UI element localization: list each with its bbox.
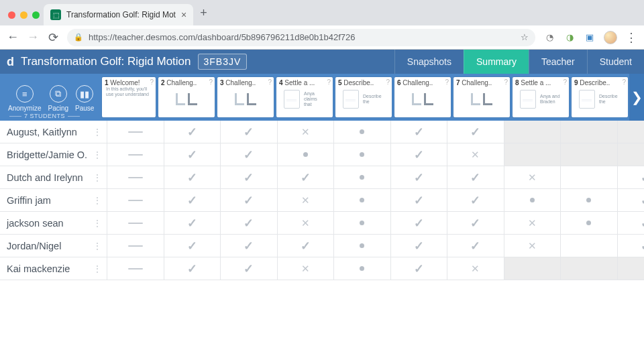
screen-thumbnail[interactable]: 1 Welcome!?In this activity, you'll use … bbox=[102, 77, 156, 117]
progress-cell[interactable] bbox=[107, 166, 164, 189]
progress-cell[interactable] bbox=[561, 257, 618, 280]
screen-thumbnail[interactable]: 5 Describe..?Describe the bbox=[335, 77, 392, 117]
kebab-icon[interactable]: ⋮ bbox=[93, 263, 101, 274]
progress-cell[interactable] bbox=[391, 166, 448, 189]
close-tab-icon[interactable]: × bbox=[181, 9, 186, 20]
progress-cell[interactable] bbox=[504, 257, 561, 280]
progress-cell[interactable] bbox=[164, 121, 221, 143]
progress-cell[interactable] bbox=[221, 235, 278, 257]
progress-cell[interactable] bbox=[278, 189, 335, 212]
progress-cell[interactable] bbox=[164, 212, 221, 235]
progress-cell[interactable] bbox=[334, 257, 391, 280]
progress-cell[interactable] bbox=[164, 166, 221, 189]
forward-icon[interactable]: → bbox=[27, 30, 39, 44]
progress-cell[interactable] bbox=[278, 121, 335, 143]
kebab-icon[interactable]: ⋮ bbox=[93, 172, 101, 183]
progress-cell[interactable] bbox=[221, 189, 278, 212]
progress-cell[interactable] bbox=[278, 235, 335, 257]
screen-thumbnail[interactable]: 2 Challeng..? bbox=[158, 77, 215, 117]
progress-cell[interactable] bbox=[278, 212, 335, 235]
reload-icon[interactable]: ⟳ bbox=[47, 30, 59, 45]
kebab-icon[interactable]: ⋮ bbox=[93, 218, 101, 229]
bookmark-star-icon[interactable]: ☆ bbox=[521, 32, 529, 42]
progress-cell[interactable] bbox=[391, 189, 448, 212]
more-icon[interactable]: ⋮ bbox=[625, 30, 637, 45]
progress-cell[interactable] bbox=[334, 189, 391, 212]
nav-teacher[interactable]: Teacher bbox=[529, 50, 587, 74]
screen-thumbnail[interactable]: 8 Settle a ...?Anya and Braden bbox=[513, 77, 569, 117]
minimize-window-icon[interactable] bbox=[20, 11, 28, 19]
student-name-cell[interactable]: Kai mackenzie⋮ bbox=[0, 257, 107, 280]
progress-cell[interactable] bbox=[618, 257, 645, 280]
progress-cell[interactable] bbox=[221, 257, 278, 280]
kebab-icon[interactable]: ⋮ bbox=[93, 195, 101, 206]
progress-cell[interactable] bbox=[618, 121, 645, 143]
progress-cell[interactable] bbox=[334, 235, 391, 257]
progress-cell[interactable] bbox=[447, 235, 504, 257]
nav-student[interactable]: Student bbox=[587, 50, 644, 74]
student-name-cell[interactable]: Griffin jam⋮ bbox=[0, 189, 107, 212]
anonymize-button[interactable]: ≡ Anonymize bbox=[8, 85, 41, 112]
progress-cell[interactable] bbox=[221, 212, 278, 235]
nav-snapshots[interactable]: Snapshots bbox=[394, 50, 464, 74]
student-name-cell[interactable]: Dutch and Irelynn⋮ bbox=[0, 166, 107, 189]
progress-cell[interactable] bbox=[447, 121, 504, 143]
class-code[interactable]: 3FB3JV bbox=[198, 54, 248, 70]
progress-cell[interactable] bbox=[561, 166, 618, 189]
progress-cell[interactable] bbox=[561, 235, 618, 257]
pacing-button[interactable]: ⧉ Pacing bbox=[48, 85, 68, 112]
progress-cell[interactable] bbox=[164, 143, 221, 166]
progress-cell[interactable] bbox=[334, 166, 391, 189]
progress-cell[interactable] bbox=[618, 235, 645, 257]
kebab-icon[interactable]: ⋮ bbox=[93, 241, 101, 251]
progress-cell[interactable] bbox=[221, 121, 278, 143]
app-logo-icon[interactable]: d bbox=[0, 55, 21, 69]
screen-thumbnail[interactable]: 7 Challeng..? bbox=[453, 77, 510, 117]
student-name-cell[interactable]: jackson sean⋮ bbox=[0, 212, 107, 235]
back-icon[interactable]: ← bbox=[7, 30, 19, 44]
progress-cell[interactable] bbox=[447, 189, 504, 212]
progress-cell[interactable] bbox=[391, 121, 448, 143]
screen-thumbnail[interactable]: 4 Settle a ...?Anya claims that bbox=[276, 77, 333, 117]
progress-cell[interactable] bbox=[391, 257, 448, 280]
progress-cell[interactable] bbox=[504, 121, 561, 143]
progress-cell[interactable] bbox=[504, 143, 561, 166]
progress-cell[interactable] bbox=[618, 166, 645, 189]
progress-cell[interactable] bbox=[504, 235, 561, 257]
progress-cell[interactable] bbox=[504, 166, 561, 189]
progress-cell[interactable] bbox=[504, 212, 561, 235]
progress-cell[interactable] bbox=[221, 166, 278, 189]
progress-cell[interactable] bbox=[391, 235, 448, 257]
progress-cell[interactable] bbox=[107, 212, 164, 235]
progress-cell[interactable] bbox=[391, 212, 448, 235]
extension-icon[interactable]: ◑ bbox=[564, 32, 576, 42]
progress-cell[interactable] bbox=[447, 143, 504, 166]
progress-cell[interactable] bbox=[107, 257, 164, 280]
pause-button[interactable]: ▮▮ Pause bbox=[75, 85, 94, 112]
student-name-cell[interactable]: August, Kaitlynn⋮ bbox=[0, 121, 107, 143]
progress-cell[interactable] bbox=[107, 121, 164, 143]
progress-cell[interactable] bbox=[107, 235, 164, 257]
progress-cell[interactable] bbox=[447, 257, 504, 280]
screen-thumbnail[interactable]: 6 Challeng..? bbox=[394, 77, 451, 117]
progress-cell[interactable] bbox=[561, 121, 618, 143]
kebab-icon[interactable]: ⋮ bbox=[93, 127, 101, 137]
progress-cell[interactable] bbox=[561, 143, 618, 166]
maximize-window-icon[interactable] bbox=[32, 11, 40, 19]
progress-cell[interactable] bbox=[334, 212, 391, 235]
progress-cell[interactable] bbox=[107, 143, 164, 166]
profile-avatar[interactable] bbox=[604, 31, 617, 44]
progress-cell[interactable] bbox=[278, 143, 335, 166]
progress-cell[interactable] bbox=[391, 143, 448, 166]
extension-icon[interactable]: ▣ bbox=[584, 32, 596, 42]
nav-summary[interactable]: Summary bbox=[464, 50, 529, 74]
progress-cell[interactable] bbox=[618, 212, 645, 235]
progress-cell[interactable] bbox=[334, 121, 391, 143]
progress-cell[interactable] bbox=[107, 189, 164, 212]
progress-cell[interactable] bbox=[164, 189, 221, 212]
student-name-cell[interactable]: Bridgette/Jamie O.⋮ bbox=[0, 143, 107, 166]
progress-cell[interactable] bbox=[164, 235, 221, 257]
progress-cell[interactable] bbox=[164, 257, 221, 280]
progress-cell[interactable] bbox=[561, 189, 618, 212]
close-window-icon[interactable] bbox=[8, 11, 15, 19]
